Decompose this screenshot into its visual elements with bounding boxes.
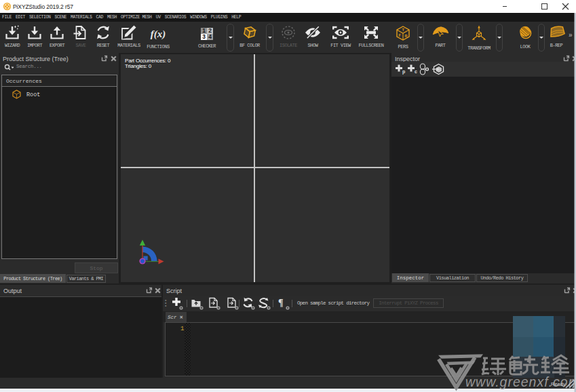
svg-text:R: R	[405, 34, 408, 38]
svg-text:c: c	[415, 69, 417, 74]
svg-text:F: F	[399, 33, 402, 37]
svg-text:p: p	[402, 69, 405, 75]
svg-text:¶: ¶	[278, 298, 284, 308]
svg-text:3: 3	[202, 33, 206, 40]
svg-text:T: T	[402, 28, 405, 32]
svg-text:4: 4	[208, 33, 212, 40]
